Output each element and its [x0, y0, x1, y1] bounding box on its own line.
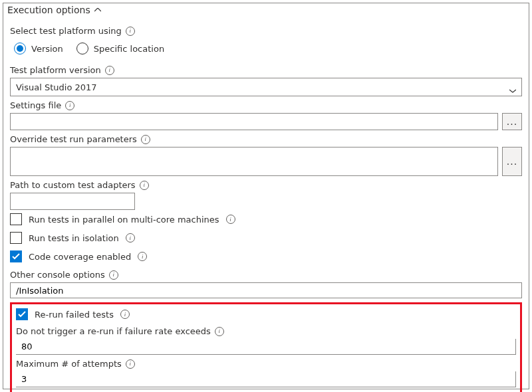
info-icon[interactable]: [138, 252, 147, 261]
override-params-label: Override test run parameters: [10, 130, 522, 147]
checkbox-icon: [10, 232, 22, 244]
other-console-label: Other console options: [10, 266, 522, 282]
checkbox-checked-icon: [10, 250, 22, 262]
rerun-checkbox-row[interactable]: Re-run failed tests: [16, 307, 516, 324]
radio-icon: [76, 43, 88, 54]
isolation-checkbox-row[interactable]: Run tests in isolation: [10, 229, 522, 247]
browse-button[interactable]: ...: [502, 147, 522, 176]
platform-version-dropdown[interactable]: Visual Studio 2017: [10, 78, 522, 96]
coverage-label: Code coverage enabled: [29, 252, 131, 262]
info-icon[interactable]: [141, 135, 150, 144]
radio-version-label: Version: [31, 44, 63, 54]
settings-file-text: Settings file: [10, 100, 61, 110]
chevron-down-icon: [509, 85, 516, 89]
radio-icon: [14, 43, 26, 54]
radio-specific-location[interactable]: Specific location: [76, 43, 164, 54]
checkbox-checked-icon: [16, 308, 28, 320]
platform-radio-group: Version Specific location: [10, 39, 522, 61]
info-icon[interactable]: [226, 215, 235, 224]
custom-adapters-input[interactable]: [10, 193, 135, 210]
section-header[interactable]: Execution options: [3, 3, 529, 19]
browse-button[interactable]: ...: [502, 113, 522, 130]
settings-file-input[interactable]: [10, 113, 498, 130]
isolation-label: Run tests in isolation: [29, 233, 119, 243]
failrate-text: Do not trigger a re-run if failure rate …: [16, 326, 211, 336]
checkbox-icon: [10, 213, 22, 225]
custom-adapters-text: Path to custom test adapters: [10, 180, 136, 190]
execution-options-panel: Execution options Select test platform u…: [3, 3, 529, 389]
maxattempts-label: Maximum # of attempts: [16, 355, 516, 371]
settings-file-label: Settings file: [10, 96, 522, 113]
other-console-input[interactable]: [10, 282, 522, 298]
info-icon[interactable]: [105, 66, 114, 75]
other-console-text: Other console options: [10, 270, 105, 280]
maxattempts-input[interactable]: [16, 371, 516, 387]
info-icon[interactable]: [65, 101, 74, 110]
info-icon[interactable]: [126, 359, 135, 369]
coverage-checkbox-row[interactable]: Code coverage enabled: [10, 247, 522, 266]
section-title: Execution options: [7, 5, 90, 15]
rerun-label: Re-run failed tests: [35, 310, 114, 320]
platform-version-label: Test platform version: [10, 61, 522, 78]
select-platform-text: Select test platform using: [10, 26, 122, 36]
panel-content: Select test platform using Version Speci…: [3, 19, 529, 392]
chevron-up-icon: [94, 8, 101, 12]
override-params-text: Override test run parameters: [10, 134, 137, 144]
failrate-input[interactable]: [16, 339, 516, 355]
info-icon[interactable]: [215, 327, 224, 336]
parallel-checkbox-row[interactable]: Run tests in parallel on multi-core mach…: [10, 210, 522, 229]
select-platform-label: Select test platform using: [10, 22, 522, 39]
info-icon[interactable]: [140, 181, 149, 190]
dropdown-value: Visual Studio 2017: [16, 82, 97, 92]
maxattempts-text: Maximum # of attempts: [16, 359, 122, 369]
rerun-highlight-box: Re-run failed tests Do not trigger a re-…: [10, 302, 522, 392]
failrate-label: Do not trigger a re-run if failure rate …: [16, 324, 516, 339]
info-icon[interactable]: [120, 310, 130, 319]
platform-version-text: Test platform version: [10, 65, 101, 75]
info-icon[interactable]: [126, 233, 135, 243]
custom-adapters-label: Path to custom test adapters: [10, 176, 522, 193]
info-icon[interactable]: [109, 270, 118, 280]
info-icon[interactable]: [126, 27, 135, 36]
override-params-input[interactable]: [10, 147, 498, 176]
radio-version[interactable]: Version: [14, 43, 63, 54]
parallel-label: Run tests in parallel on multi-core mach…: [29, 215, 219, 225]
radio-specific-label: Specific location: [94, 44, 164, 54]
